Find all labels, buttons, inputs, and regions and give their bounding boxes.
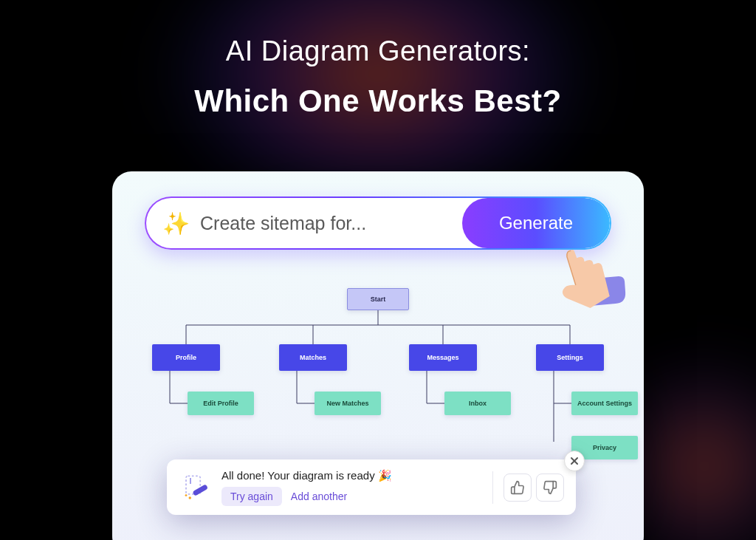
- toast-divider: [492, 471, 493, 504]
- close-icon: [570, 457, 579, 465]
- node-matches: Matches: [279, 344, 347, 371]
- prompt-input[interactable]: [200, 213, 465, 234]
- thumbs-up-button[interactable]: [504, 474, 532, 502]
- node-account-settings: Account Settings: [571, 392, 638, 415]
- svg-point-19: [189, 496, 192, 499]
- magic-wand-icon: I: [179, 470, 214, 505]
- headline-bottom: Which One Works Best?: [0, 83, 756, 119]
- try-again-button[interactable]: Try again: [221, 487, 282, 506]
- add-another-link[interactable]: Add another: [291, 491, 347, 502]
- generate-button[interactable]: Generate: [462, 198, 610, 248]
- node-new-matches: New Matches: [315, 392, 381, 415]
- node-messages: Messages: [409, 344, 477, 371]
- headline: AI Diagram Generators: Which One Works B…: [0, 0, 756, 119]
- thumbs-down-icon: [543, 480, 557, 495]
- headline-top: AI Diagram Generators:: [0, 35, 756, 67]
- thumbs-down-button[interactable]: [536, 474, 564, 502]
- node-start: Start: [347, 288, 409, 310]
- sparkles-icon: ✨: [162, 211, 190, 236]
- thumbs-up-icon: [510, 480, 525, 495]
- completion-toast: I All done! Your diagram is ready 🎉 Try …: [167, 459, 576, 515]
- prompt-bar: ✨ Generate: [145, 196, 611, 250]
- toast-message: All done! Your diagram is ready 🎉: [221, 469, 482, 482]
- node-settings: Settings: [536, 344, 604, 371]
- node-inbox: Inbox: [444, 392, 511, 415]
- close-button[interactable]: [564, 451, 585, 471]
- app-preview-card: ✨ Generate: [112, 171, 644, 540]
- svg-text:I: I: [189, 476, 191, 485]
- node-profile: Profile: [152, 344, 220, 371]
- node-edit-profile: Edit Profile: [188, 392, 254, 415]
